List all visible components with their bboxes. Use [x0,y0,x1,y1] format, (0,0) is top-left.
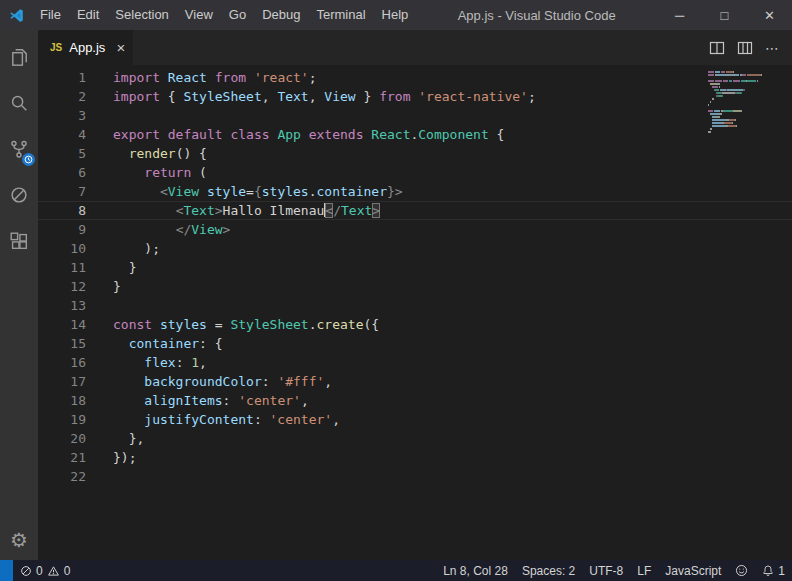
code-token: styles [160,317,207,332]
code-token [113,146,129,161]
line-number: 2 [38,87,86,106]
cursor-position[interactable]: Ln 8, Col 28 [436,560,515,581]
debug-icon[interactable] [0,172,38,218]
code-line[interactable]: 11 } [38,258,792,277]
code-token: > [372,203,380,218]
code-token: justifyContent [144,412,254,427]
minimap-line [708,131,782,133]
clock-icon [24,155,33,164]
warning-count: 0 [64,564,71,578]
code-token: ; [309,70,317,85]
code-token: ( [191,165,207,180]
explorer-icon[interactable] [0,34,38,80]
code-editor[interactable]: 1import React from 'react';2import { Sty… [38,65,792,560]
debug-icon-svg [8,184,30,206]
code-line[interactable]: 20 }, [38,429,792,448]
feedback-smiley-icon[interactable] [728,560,755,581]
code-token: Component [418,127,488,142]
error-icon [20,565,32,577]
code-line[interactable]: 14const styles = StyleSheet.create({ [38,315,792,334]
code-token [152,317,160,332]
code-line[interactable]: 5 render() { [38,144,792,163]
tab-appjs[interactable]: JS App.js × [38,30,133,65]
code-line[interactable]: 12} [38,277,792,296]
code-line[interactable]: 9 </View> [38,220,792,239]
code-line[interactable]: 1import React from 'react'; [38,68,792,87]
line-number: 15 [38,334,86,353]
code-line[interactable]: 13 [38,296,792,315]
encoding-indicator[interactable]: UTF-8 [582,560,630,581]
search-icon[interactable] [0,80,38,126]
settings-gear-icon[interactable]: ⚙ [10,530,28,550]
code-line[interactable]: 15 container: { [38,334,792,353]
code-token: const [113,317,152,332]
code-token: , [301,393,309,408]
code-token: Hallo Ilmenau [223,203,325,218]
vscode-window: FileEditSelectionViewGoDebugTerminalHelp… [0,0,792,581]
minimize-button[interactable]: ─ [657,0,702,30]
code-token: import [113,89,160,104]
language-indicator[interactable]: JavaScript [658,560,728,581]
bell-icon [762,564,774,577]
source-control-icon[interactable] [0,126,38,172]
code-line[interactable]: 17 backgroundColor: '#fff', [38,372,792,391]
code-line[interactable]: 10 ); [38,239,792,258]
menu-file[interactable]: File [32,0,69,30]
code-token: container [317,184,387,199]
code-token: return [144,165,191,180]
menu-help[interactable]: Help [374,0,417,30]
split-editor-icon[interactable] [709,40,725,56]
tab-close-icon[interactable]: × [116,40,125,55]
minimap-line [708,74,782,76]
code-token [160,127,168,142]
code-line[interactable]: 7 <View style={styles.container}> [38,182,792,201]
minimap-line [708,134,782,136]
code-line[interactable]: 21}); [38,448,792,467]
menu-selection[interactable]: Selection [107,0,176,30]
minimap-line [708,77,782,79]
more-actions-icon[interactable]: ⋯ [765,40,780,56]
menu-view[interactable]: View [177,0,221,30]
menu-edit[interactable]: Edit [69,0,107,30]
code-token: . [309,184,317,199]
code-line[interactable]: 19 justifyContent: 'center', [38,410,792,429]
line-number: 8 [38,201,86,220]
code-line[interactable]: 3 [38,106,792,125]
window-controls: ─ □ ✕ [657,0,792,30]
toggle-editor-layout-icon[interactable] [737,40,753,56]
line-number: 21 [38,448,86,467]
code-line[interactable]: 2import { StyleSheet, Text, View } from … [38,87,792,106]
minimap[interactable] [708,71,782,137]
code-line[interactable]: 18 alignItems: 'center', [38,391,792,410]
remote-indicator[interactable] [0,560,13,581]
code-line[interactable]: 22 [38,467,792,486]
code-token: . [309,317,317,332]
code-line[interactable]: 4export default class App extends React.… [38,125,792,144]
menu-terminal[interactable]: Terminal [308,0,373,30]
notifications-bell[interactable]: 1 [755,560,792,581]
vscode-logo-svg [9,8,24,23]
extensions-icon[interactable] [0,218,38,264]
code-line[interactable]: 8 <Text>Hallo Ilmenau</Text> [38,201,792,220]
close-button[interactable]: ✕ [747,0,792,30]
menu-go[interactable]: Go [221,0,254,30]
eol-indicator[interactable]: LF [630,560,658,581]
indentation-indicator[interactable]: Spaces: 2 [515,560,582,581]
code-token: }, [113,431,144,446]
menu-debug[interactable]: Debug [254,0,308,30]
code-line[interactable]: 6 return ( [38,163,792,182]
code-token: , [324,374,332,389]
maximize-button[interactable]: □ [702,0,747,30]
errors-warnings[interactable]: 0 0 [13,560,77,581]
code-token [207,70,215,85]
minimap-line [708,116,782,118]
code-token: container [129,336,199,351]
minimap-line [708,125,782,127]
code-token: 'center' [238,393,301,408]
code-token: React [371,127,410,142]
minimap-line [708,80,782,82]
code-token: , [332,412,340,427]
code-line[interactable]: 16 flex: 1, [38,353,792,372]
code-token: backgroundColor [144,374,261,389]
line-number: 4 [38,125,86,144]
